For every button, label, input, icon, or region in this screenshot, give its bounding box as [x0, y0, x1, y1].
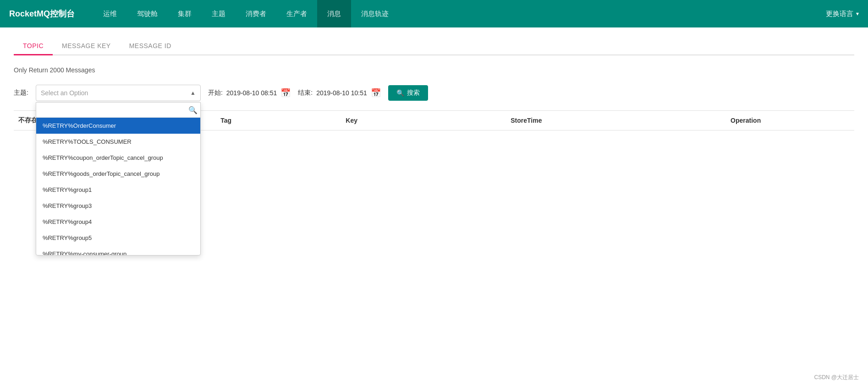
search-button-label: 搜索 [407, 89, 420, 97]
dropdown-list: %RETRY%OrderConsumer%RETRY%TOOLS_CONSUME… [36, 118, 200, 255]
topic-label: 主题: [14, 89, 28, 97]
dropdown-item[interactable]: %RETRY%goods_orderTopic_cancel_group [36, 166, 200, 182]
brand: RocketMQ控制台 [9, 8, 75, 19]
nav-item-运维[interactable]: 运维 [93, 0, 127, 27]
tab-message-key[interactable]: MESSAGE KEY [53, 37, 120, 55]
dropdown-item[interactable]: %RETRY%TOOLS_CONSUMER [36, 134, 200, 150]
end-value: 2019-08-10 10:51 [316, 89, 367, 97]
dropdown-item[interactable]: %RETRY%group4 [36, 214, 200, 230]
lang-switch[interactable]: 更换语言 ▾ [826, 10, 859, 18]
start-value: 2019-08-10 08:51 [226, 89, 277, 97]
navbar: RocketMQ控制台 运维驾驶舱集群主题消费者生产者消息消息轨迹 更换语言 ▾ [0, 0, 868, 27]
dropdown-search-input[interactable] [39, 104, 188, 115]
start-datetime-group: 开始: 2019-08-10 08:51 📅 [208, 88, 291, 98]
nav-item-驾驶舱[interactable]: 驾驶舱 [127, 0, 168, 27]
footer: CSDN @大迁居士 [814, 374, 859, 381]
tab-bar: TOPICMESSAGE KEYMESSAGE ID [14, 37, 854, 55]
tab-message-id[interactable]: MESSAGE ID [120, 37, 181, 55]
select-arrow-icon: ▲ [190, 90, 196, 96]
end-datetime-group: 结束: 2019-08-10 10:51 📅 [298, 88, 380, 98]
start-label: 开始: [208, 89, 223, 97]
tab-topic[interactable]: TOPIC [14, 37, 53, 55]
end-label: 结束: [298, 89, 313, 97]
nav-item-消息[interactable]: 消息 [317, 0, 351, 27]
topic-dropdown: 🔍 %RETRY%OrderConsumer%RETRY%TOOLS_CONSU… [36, 102, 201, 256]
search-button-icon: 🔍 [396, 89, 404, 97]
dropdown-item[interactable]: %RETRY%coupon_orderTopic_cancel_group [36, 150, 200, 166]
end-calendar-icon[interactable]: 📅 [371, 88, 381, 98]
select-placeholder: Select an Option [41, 89, 88, 97]
dropdown-item[interactable]: %RETRY%group5 [36, 230, 200, 246]
search-icon: 🔍 [188, 106, 198, 114]
dropdown-item[interactable]: %RETRY%OrderConsumer [36, 118, 200, 134]
nav-item-集群[interactable]: 集群 [168, 0, 202, 27]
nav-items: 运维驾驶舱集群主题消费者生产者消息消息轨迹 [93, 0, 826, 27]
start-calendar-icon[interactable]: 📅 [280, 88, 291, 98]
nav-item-生产者[interactable]: 生产者 [276, 0, 317, 27]
col-key: Key [288, 111, 415, 130]
col-operation: Operation [637, 111, 854, 130]
nav-item-主题[interactable]: 主题 [202, 0, 236, 27]
nav-item-消息轨迹[interactable]: 消息轨迹 [351, 0, 399, 27]
dropdown-item[interactable]: %RETRY%group3 [36, 198, 200, 214]
dropdown-item[interactable]: %RETRY%my-consumer-group [36, 246, 200, 255]
chevron-down-icon: ▾ [856, 11, 859, 17]
col-storetime: StoreTime [415, 111, 637, 130]
topic-select-container: Select an Option ▲ 🔍 %RETRY%OrderConsume… [36, 85, 201, 101]
nav-item-消费者[interactable]: 消费者 [236, 0, 276, 27]
dropdown-search-bar: 🔍 [36, 103, 200, 118]
topic-select-trigger[interactable]: Select an Option ▲ [36, 85, 201, 101]
subtitle: Only Return 2000 Messages [14, 66, 854, 74]
dropdown-item[interactable]: %RETRY%group1 [36, 182, 200, 198]
footer-text: CSDN @大迁居士 [814, 374, 859, 381]
no-exist-label: 不存在 [18, 116, 38, 124]
search-button[interactable]: 🔍 搜索 [388, 85, 428, 101]
search-bar: 主题: Select an Option ▲ 🔍 %RETRY%OrderCon… [14, 85, 854, 101]
main-content: TOPICMESSAGE KEYMESSAGE ID Only Return 2… [0, 27, 868, 386]
lang-switch-label: 更换语言 [826, 10, 853, 18]
